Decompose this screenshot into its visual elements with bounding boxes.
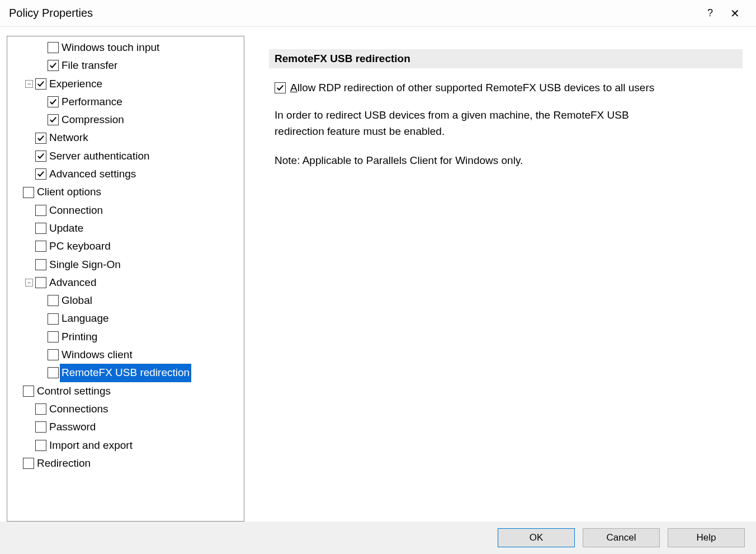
tree-scroll[interactable]: Windows touch inputFile transfer−Experie…	[7, 36, 244, 521]
tree-checkbox[interactable]	[23, 187, 34, 198]
titlebar: Policy Properties ? ✕	[0, 0, 756, 27]
content-area: Windows touch inputFile transfer−Experie…	[0, 27, 756, 522]
tree-checkbox[interactable]	[35, 440, 46, 451]
tree-label[interactable]: Advanced settings	[48, 165, 138, 183]
tree-item[interactable]: Connections	[10, 400, 244, 418]
tree-checkbox[interactable]	[48, 313, 59, 325]
tree-item[interactable]: Import and export	[10, 436, 244, 454]
tree-checkbox[interactable]	[35, 133, 46, 144]
tree-item[interactable]: Connection	[10, 201, 244, 219]
help-icon[interactable]: ?	[698, 7, 722, 19]
tree-label[interactable]: Advanced	[48, 274, 98, 292]
tree-checkbox[interactable]	[23, 386, 34, 397]
tree-checkbox[interactable]	[35, 205, 46, 216]
tree-checkbox[interactable]	[35, 78, 46, 90]
tree-item[interactable]: Client options	[10, 183, 244, 201]
tree-checkbox[interactable]	[48, 295, 59, 306]
detail-panel: RemoteFX USB redirection Allow RDP redir…	[244, 36, 749, 522]
tree-checkbox[interactable]	[48, 60, 59, 71]
tree-label[interactable]: Update	[48, 219, 85, 237]
tree-checkbox[interactable]	[35, 421, 46, 433]
tree-label[interactable]: PC keyboard	[48, 237, 112, 255]
allow-redirection-label: Allow RDP redirection of other supported…	[290, 82, 654, 94]
tree-label[interactable]: File transfer	[60, 57, 119, 74]
tree-checkbox[interactable]	[35, 223, 46, 234]
tree-item[interactable]: Password	[10, 418, 244, 436]
tree-checkbox[interactable]	[48, 331, 59, 342]
tree-label[interactable]: Global	[60, 292, 94, 309]
tree-item[interactable]: File transfer	[10, 57, 244, 74]
tree-label[interactable]: Control settings	[35, 382, 112, 400]
tree-label[interactable]: Language	[60, 309, 111, 327]
tree-item[interactable]: Network	[10, 129, 244, 147]
allow-redirection-option[interactable]: Allow RDP redirection of other supported…	[275, 82, 743, 94]
help-button[interactable]: Help	[668, 528, 745, 547]
tree-checkbox[interactable]	[35, 151, 46, 162]
tree-item[interactable]: Redirection	[10, 454, 244, 472]
tree-label[interactable]: Printing	[60, 328, 99, 346]
tree-checkbox[interactable]	[48, 367, 59, 378]
cancel-button[interactable]: Cancel	[583, 528, 660, 547]
tree-item[interactable]: Global	[10, 292, 244, 309]
note-text: Note: Applicable to Parallels Client for…	[275, 153, 660, 169]
tree-checkbox[interactable]	[35, 259, 46, 270]
tree-label[interactable]: Connections	[48, 400, 110, 418]
tree-label[interactable]: Windows client	[60, 346, 134, 364]
tree-item[interactable]: RemoteFX USB redirection	[10, 364, 244, 382]
tree-label[interactable]: Connection	[48, 201, 105, 219]
tree-label[interactable]: Server authentication	[48, 147, 152, 165]
ok-button[interactable]: OK	[498, 528, 575, 547]
tree-panel: Windows touch inputFile transfer−Experie…	[7, 36, 244, 522]
tree-label[interactable]: Import and export	[48, 436, 134, 454]
tree-checkbox[interactable]	[48, 96, 59, 107]
allow-redirection-checkbox[interactable]	[275, 82, 286, 93]
tree-item[interactable]: Performance	[10, 93, 244, 111]
tree-label[interactable]: Compression	[60, 111, 126, 129]
tree-label[interactable]: Windows touch input	[60, 39, 161, 57]
tree-checkbox[interactable]	[35, 277, 46, 288]
detail-heading: RemoteFX USB redirection	[269, 49, 743, 68]
tree-label[interactable]: Performance	[60, 93, 124, 111]
tree-checkbox[interactable]	[35, 241, 46, 252]
tree-checkbox[interactable]	[35, 168, 46, 180]
tree-label[interactable]: Client options	[35, 183, 103, 201]
tree-item[interactable]: Printing	[10, 328, 244, 346]
dialog-footer: OK Cancel Help	[0, 522, 756, 554]
tree-item[interactable]: Single Sign-On	[10, 256, 244, 274]
tree-label[interactable]: Single Sign-On	[48, 256, 122, 274]
tree-item[interactable]: −Advanced	[10, 274, 244, 292]
tree-item[interactable]: Language	[10, 309, 244, 327]
tree-label[interactable]: Network	[48, 129, 90, 147]
expander-icon[interactable]: −	[25, 80, 33, 88]
tree-checkbox[interactable]	[48, 114, 59, 125]
tree-label[interactable]: Experience	[48, 75, 104, 93]
close-icon[interactable]: ✕	[722, 7, 747, 20]
expander-icon[interactable]: −	[25, 279, 33, 287]
tree-checkbox[interactable]	[35, 403, 46, 415]
tree-item[interactable]: Windows touch input	[10, 39, 244, 57]
tree-item[interactable]: Server authentication	[10, 147, 244, 165]
tree-item[interactable]: Advanced settings	[10, 165, 244, 183]
tree-item[interactable]: Compression	[10, 111, 244, 129]
window-title: Policy Properties	[9, 7, 698, 20]
tree-item[interactable]: PC keyboard	[10, 237, 244, 255]
tree-label[interactable]: Password	[48, 418, 97, 436]
tree-label[interactable]: RemoteFX USB redirection	[60, 364, 191, 382]
tree-checkbox[interactable]	[48, 42, 59, 53]
tree-item[interactable]: Update	[10, 219, 244, 237]
tree-item[interactable]: Windows client	[10, 346, 244, 364]
tree-checkbox[interactable]	[48, 349, 59, 360]
tree-item[interactable]: Control settings	[10, 382, 244, 400]
tree-checkbox[interactable]	[23, 458, 34, 469]
tree-item[interactable]: −Experience	[10, 75, 244, 93]
tree-label[interactable]: Redirection	[35, 454, 92, 472]
description-text: In order to redirect USB devices from a …	[275, 107, 660, 139]
